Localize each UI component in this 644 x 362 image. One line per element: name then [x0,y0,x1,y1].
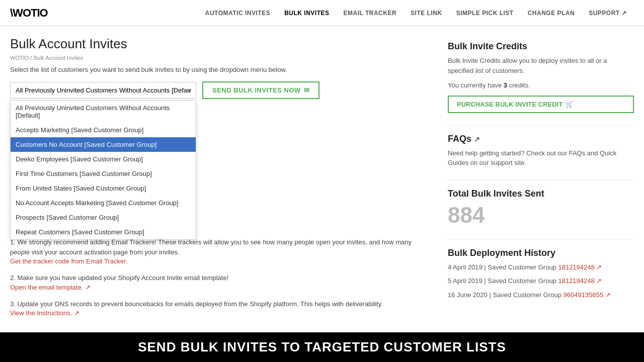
step-3: 3. Update your DNS records to prevent bo… [10,299,433,317]
step-2-text: 2. Make sure you have updated your Shopi… [10,273,433,283]
faqs-description: Need help getting started? Check out our… [448,148,634,168]
history-link-2[interactable]: 1812194248 ↗ [558,277,602,285]
email-tracker-link[interactable]: Get the tracker code from Email Tracker. [10,257,127,265]
nav-support[interactable]: SUPPORT ↗ [582,0,634,26]
step-3-text: 3. Update your DNS records to prevent bo… [10,299,433,309]
total-invites-title: Total Bulk Invites Sent [448,189,634,199]
credits-count: 3 [504,81,507,89]
option-prospects[interactable]: Prospects [Saved Customer Group] [11,210,196,225]
history-group-2: | Saved Customer Group [484,277,558,285]
nav-email-tracker[interactable]: EMAIL TRACKER [336,0,404,26]
faqs-card: FAQs ↗ Need help getting started? Check … [448,134,634,168]
breadcrumb-home[interactable]: WOTIO [10,55,29,61]
history-group-1: | Saved Customer Group [484,263,558,271]
history-date-2: 5 April 2019 [448,277,482,285]
option-deeko[interactable]: Deeko Employees [Saved Customer Group] [11,152,196,166]
history-link-3[interactable]: 96049135655 ↗ [564,291,611,299]
credits-description-1: Bulk Invite Credits allow you to deploy … [448,56,634,75]
purchase-bulk-invite-button[interactable]: PURCHASE BULK INVITE CREDIT 🛒 [448,96,634,113]
sidebar: Bulk Invite Credits Bulk Invite Credits … [448,36,634,325]
customer-select[interactable]: All Previously Uninvited Customers Witho… [10,82,196,99]
divider-1 [448,125,634,126]
faqs-ext-icon: ↗ [474,135,480,143]
send-button-icon: ✉ [304,86,310,94]
send-bulk-invites-button[interactable]: SEND BULK INVITES NOW ✉ [202,81,319,99]
email-template-link[interactable]: Open the email template. ↗ [10,284,91,291]
option-first-time[interactable]: First Time Customers [Saved Customer Gro… [11,166,196,181]
bulk-invite-credits-card: Bulk Invite Credits Bulk Invite Credits … [448,41,634,113]
send-button-label: SEND BULK INVITES NOW [212,86,301,94]
breadcrumb-current: Bulk Account Invites [33,55,83,61]
option-accepts-marketing[interactable]: Accepts Marketing [Saved Customer Group] [11,123,196,137]
history-date-3: 16 June 2020 [448,291,488,299]
history-item-1: 4 April 2019 | Saved Customer Group 1812… [448,262,634,273]
breadcrumb: WOTIO / Bulk Account Invites [10,55,433,61]
nav-bulk-invites[interactable]: BULK INVITES [277,0,336,26]
history-item-2: 5 April 2019 | Saved Customer Group 1812… [448,276,634,286]
step-1-text: 1. We strongly recommend adding Email Tr… [10,237,433,257]
faqs-title-link: FAQs ↗ [448,134,634,144]
option-customers-no-account[interactable]: Customers No Account [Saved Customer Gro… [11,137,196,152]
page-title: Bulk Account Invites [10,36,433,52]
credits-desc-suffix: credits. [507,81,530,89]
step-2: 2. Make sure you have updated your Shopi… [10,273,433,291]
dropdown-open: All Previously Uninvited Customers Witho… [10,100,196,240]
main-content: Bulk Account Invites WOTIO / Bulk Accoun… [10,36,433,325]
history-date-1: 4 April 2019 [448,263,482,271]
customer-select-wrapper: All Previously Uninvited Customers Witho… [10,82,196,99]
credits-title: Bulk Invite Credits [448,41,634,52]
action-row: All Previously Uninvited Customers Witho… [10,81,433,99]
divider-3 [448,239,634,240]
history-group-3: | Saved Customer Group [489,291,563,299]
option-from-us[interactable]: From United States [Saved Customer Group… [11,181,196,196]
faqs-title: FAQs [448,134,471,144]
deployment-history-card: Bulk Deployment History 4 April 2019 | S… [448,248,634,300]
nav-site-link[interactable]: SITE LINK [404,0,449,26]
bottom-banner: SEND BULK INVITES TO TARGETED CUSTOMER L… [0,332,644,335]
nav-links: AUTOMATIC INVITES BULK INVITES EMAIL TRA… [68,0,634,26]
credits-description-2: You currently have 3 credits. [448,80,634,90]
nav-change-plan[interactable]: CHANGE PLAN [521,0,582,26]
nav-automatic-invites[interactable]: AUTOMATIC INVITES [198,0,277,26]
credits-desc-prefix: You currently have [448,81,504,89]
purchase-button-label: PURCHASE BULK INVITE CREDIT [457,101,562,108]
history-link-1[interactable]: 1812194248 ↗ [558,263,602,271]
nav-simple-pick-list[interactable]: SIMPLE PICK LIST [449,0,521,26]
total-invites-card: Total Bulk Invites Sent 884 [448,189,634,227]
page-description: Select the list of customers you want to… [10,66,433,73]
cart-icon: 🛒 [566,101,574,108]
total-invites-count: 884 [448,203,634,227]
faqs-link[interactable]: FAQs ↗ [448,134,480,144]
option-no-account-accepts[interactable]: No Account Accepts Marketing [Saved Cust… [11,196,196,210]
divider-2 [448,180,634,180]
navigation: \WOTIO AUTOMATIC INVITES BULK INVITES EM… [0,0,644,26]
logo: \WOTIO [10,7,48,20]
history-title: Bulk Deployment History [448,248,634,258]
step-1: 1. We strongly recommend adding Email Tr… [10,237,433,265]
option-repeat[interactable]: Repeat Customers [Saved Customer Group] [11,225,196,239]
instructions-link[interactable]: View the Instructions. ↗ [10,309,79,317]
option-all-uninvited[interactable]: All Previously Uninvited Customers Witho… [11,101,196,123]
history-item-3: 16 June 2020 | Saved Customer Group 9604… [448,290,634,300]
